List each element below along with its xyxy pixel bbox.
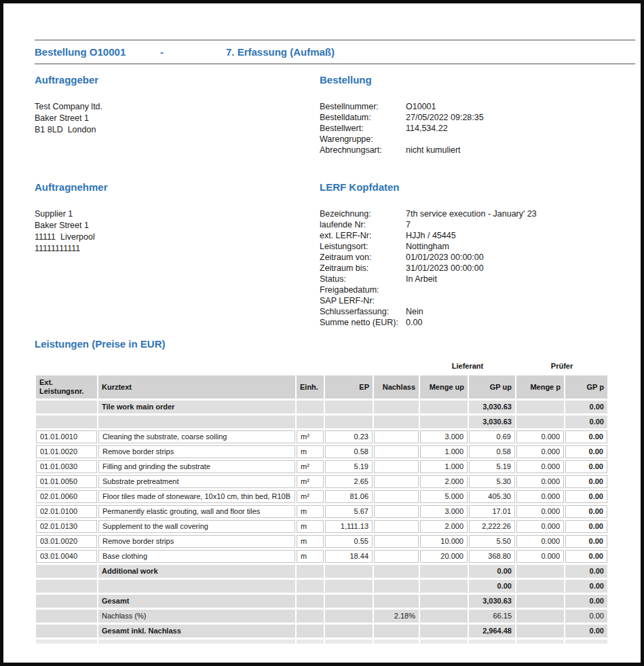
field-label: ext. LERF-Nr: [320, 230, 406, 241]
table-cell [297, 580, 324, 593]
table-cell: 0.00 [565, 460, 607, 473]
table-cell: Base clothing [98, 550, 295, 563]
field-label: Freigabedatum: [320, 284, 406, 295]
field-value: Nein [406, 306, 423, 317]
auftragnehmer-heading: Auftragnehmer [35, 181, 320, 194]
table-cell [374, 445, 419, 458]
section-parties-top: Auftraggeber Test Company ltd.Baker Stre… [35, 73, 635, 155]
table-cell: Nachlass (%) [98, 610, 295, 623]
document-title: Bestellung O10001 - 7. Erfassung (Aufmaß… [35, 41, 635, 63]
table-cell [374, 595, 419, 608]
table-cell: 0.00 [469, 565, 515, 578]
table-cell: 3,030.63 [469, 595, 515, 608]
table-cell: Additional work [98, 565, 295, 578]
table-row: 02.01.0130Supplement to the wall coverin… [36, 520, 607, 533]
table-cell: 0.00 [565, 580, 607, 593]
table-cell: Remove border strips [98, 445, 295, 458]
table-row [36, 640, 607, 644]
field-label: Warengruppe: [320, 134, 406, 145]
table-cell: 0.00 [565, 430, 607, 443]
field-label: SAP LERF-Nr: [320, 295, 406, 306]
table-cell [325, 401, 373, 413]
table-cell: 5.000 [420, 490, 468, 503]
address-line: 11111 Liverpool [35, 232, 320, 243]
auftragnehmer-address: Supplier 1Baker Street 111111 Liverpool1… [35, 208, 320, 255]
field-value: 114,534.22 [406, 123, 448, 134]
table-cell: 01.01.0050 [36, 475, 97, 488]
field-row: Zeitraum von:01/01/2023 00:00:00 [320, 252, 635, 263]
table-cell: 405.30 [469, 490, 515, 503]
table-cell: 01.01.0010 [36, 430, 97, 443]
table-cell: 01.01.0030 [36, 460, 97, 473]
table-cell: 5.67 [325, 505, 373, 518]
column-header: Nachlass [374, 375, 419, 399]
field-label: Abrechnungsart: [320, 145, 406, 155]
table-row: 0.000.00 [36, 580, 607, 593]
table-cell: 1.000 [420, 460, 468, 473]
table-cell [565, 640, 607, 644]
table-cell: 0.00 [565, 610, 607, 623]
field-label: Zeitraum von: [320, 252, 406, 263]
field-label: Schlusserfassung: [320, 306, 406, 317]
table-cell [36, 415, 97, 428]
table-cell: m² [297, 430, 324, 443]
field-label: Bestellwert: [320, 123, 406, 134]
address-line: Test Company ltd. [35, 101, 320, 113]
auftragnehmer-section: Auftragnehmer Supplier 1Baker Street 111… [35, 181, 320, 328]
table-row: 02.01.0100Permanently elastic grouting, … [36, 505, 607, 518]
table-cell [516, 595, 564, 608]
table-cell: 2.18% [374, 610, 419, 623]
table-cell: 10.000 [420, 535, 468, 548]
column-header: GP p [565, 375, 607, 399]
table-cell [297, 565, 324, 578]
table-cell: 03.01.0020 [36, 535, 97, 548]
table-cell [36, 580, 97, 593]
bestellung-section: Bestellung Bestellnummer:O10001Bestellda… [320, 73, 635, 155]
table-row: 01.01.0050Substrate pretreatmentm²2.652.… [36, 475, 607, 488]
table-cell: 2,964.48 [469, 625, 515, 637]
table-row: Nachlass (%)2.18%66.150.00 [36, 610, 607, 623]
table-cell: 0.000 [516, 475, 564, 488]
table-cell [36, 565, 97, 578]
field-row: Bestellwert:114,534.22 [320, 123, 635, 134]
bestellung-fields: Bestellnummer:O10001Bestelldatum:27/05/2… [320, 101, 635, 155]
table-cell: 18.44 [325, 550, 373, 563]
table-cell: 3,030.63 [469, 401, 515, 413]
table-cell: Supplement to the wall covering [98, 520, 295, 533]
table-cell: Tile work main order [98, 401, 295, 413]
field-value: Nottingham [406, 241, 449, 252]
table-cell [36, 640, 97, 644]
column-header: EP [325, 375, 373, 399]
table-row: Tile work main order3,030.630.00 [36, 401, 607, 413]
table-cell [374, 460, 419, 473]
table-cell [420, 580, 468, 593]
table-cell [374, 505, 419, 518]
table-cell: m [297, 550, 324, 563]
field-label: Bezeichnung: [320, 208, 406, 219]
table-row: 01.01.0030Filling and grinding the subst… [36, 460, 607, 473]
table-cell [325, 595, 373, 608]
table-cell [374, 580, 419, 593]
field-label: Leistungsort: [320, 241, 406, 252]
table-cell: 02.01.0130 [36, 520, 97, 533]
table-cell: m² [297, 460, 324, 473]
auftraggeber-heading: Auftraggeber [35, 73, 320, 87]
table-cell [297, 401, 324, 413]
field-value: O10001 [406, 101, 436, 112]
field-row: SAP LERF-Nr: [320, 295, 635, 306]
column-header: Einh. [297, 375, 324, 399]
table-cell [374, 475, 419, 488]
table-cell: 2.000 [420, 520, 468, 533]
table-cell: 2.000 [420, 475, 468, 488]
table-cell [297, 625, 324, 637]
table-cell [98, 415, 295, 428]
group-header-pruefer: Prüfer [516, 358, 607, 373]
table-cell: Floor tiles made of stoneware, 10x10 cm,… [98, 490, 295, 503]
table-row: 01.01.0010Cleaning the substrate, coarse… [36, 430, 607, 443]
field-label: Status: [320, 274, 406, 284]
field-value: nicht kumuliert [406, 145, 461, 155]
table-cell: 0.000 [516, 490, 564, 503]
table-cell: 17.01 [469, 505, 515, 518]
table-cell [374, 640, 419, 644]
lerf-fields: Bezeichnung:7th service execution - Janu… [320, 208, 635, 328]
